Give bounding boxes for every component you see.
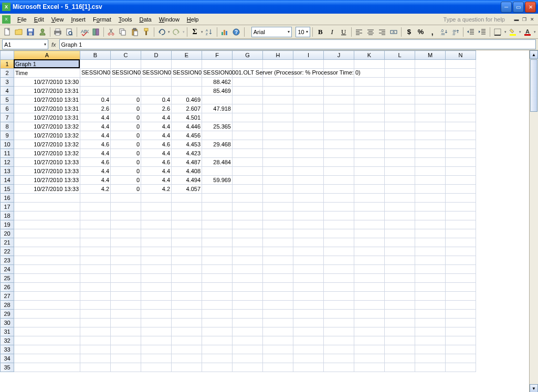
cell-L6[interactable] — [385, 104, 415, 113]
cell-C20[interactable] — [111, 229, 141, 238]
cell-K32[interactable] — [354, 336, 385, 345]
cell-H24[interactable] — [263, 265, 293, 274]
cell-F32[interactable] — [202, 336, 233, 345]
cell-M2[interactable] — [415, 69, 446, 78]
cell-D26[interactable] — [141, 283, 172, 292]
cell-M7[interactable] — [415, 113, 446, 122]
cell-I24[interactable] — [293, 265, 324, 274]
cell-N7[interactable] — [446, 113, 476, 122]
cell-C2[interactable]: SESSION0 — [111, 69, 141, 78]
cell-D33[interactable] — [141, 345, 172, 354]
cell-J23[interactable] — [324, 256, 354, 265]
cell-B34[interactable] — [80, 354, 111, 363]
cell-H33[interactable] — [263, 345, 293, 354]
cell-A7[interactable]: 10/27/2010 13:31 — [14, 113, 80, 122]
cell-H20[interactable] — [263, 229, 293, 238]
cell-E3[interactable] — [172, 78, 202, 87]
cell-I17[interactable] — [293, 203, 324, 211]
cell-B10[interactable]: 4.6 — [80, 140, 111, 149]
doc-icon[interactable]: X — [2, 15, 10, 24]
cell-B32[interactable] — [80, 336, 111, 345]
cell-G10[interactable] — [233, 140, 263, 149]
cell-G35[interactable] — [233, 363, 263, 372]
cell-N25[interactable] — [446, 274, 476, 283]
cell-E6[interactable]: 2.607 — [172, 104, 202, 113]
cell-N35[interactable] — [446, 363, 476, 372]
cell-L30[interactable] — [385, 319, 415, 327]
new-button[interactable] — [2, 26, 13, 38]
cell-L31[interactable] — [385, 327, 415, 336]
cell-L34[interactable] — [385, 354, 415, 363]
cell-I19[interactable] — [293, 220, 324, 229]
cell-L9[interactable] — [385, 131, 415, 140]
cell-K29[interactable] — [354, 310, 385, 319]
cell-A20[interactable] — [14, 229, 80, 238]
col-header-N[interactable]: N — [446, 51, 476, 60]
cell-E29[interactable] — [172, 310, 202, 319]
cell-F10[interactable]: 29.468 — [202, 140, 233, 149]
cell-N31[interactable] — [446, 327, 476, 336]
cell-K8[interactable] — [354, 122, 385, 131]
cell-J32[interactable] — [324, 336, 354, 345]
cell-G9[interactable] — [233, 131, 263, 140]
cell-H19[interactable] — [263, 220, 293, 229]
cell-H30[interactable] — [263, 319, 293, 327]
menu-help[interactable]: Help — [183, 15, 203, 24]
open-button[interactable] — [14, 26, 24, 38]
cell-N17[interactable] — [446, 203, 476, 211]
cell-I3[interactable] — [293, 78, 324, 87]
undo-button[interactable] — [156, 26, 167, 38]
question-box[interactable]: Type a question for help — [440, 15, 509, 24]
cell-E9[interactable]: 4.456 — [172, 131, 202, 140]
cell-B19[interactable] — [80, 220, 111, 229]
cell-C8[interactable]: 0 — [111, 122, 141, 131]
cell-B9[interactable]: 4.4 — [80, 131, 111, 140]
cell-N20[interactable] — [446, 229, 476, 238]
scroll-up-button[interactable]: ▲ — [530, 50, 538, 59]
cell-L26[interactable] — [385, 283, 415, 292]
cell-H21[interactable] — [263, 238, 293, 247]
cell-L12[interactable] — [385, 158, 415, 167]
cell-E7[interactable]: 4.501 — [172, 113, 202, 122]
cell-K25[interactable] — [354, 274, 385, 283]
row-header-6[interactable]: 6 — [1, 104, 14, 113]
align-left-button[interactable] — [354, 26, 364, 38]
cell-E18[interactable] — [172, 211, 202, 220]
col-header-M[interactable]: M — [415, 51, 446, 60]
cell-K4[interactable] — [354, 87, 385, 96]
cell-D34[interactable] — [141, 354, 172, 363]
cell-A24[interactable] — [14, 265, 80, 274]
row-header-30[interactable]: 30 — [1, 319, 14, 327]
cell-N19[interactable] — [446, 220, 476, 229]
cell-A2[interactable]: Time — [14, 69, 80, 78]
cell-C18[interactable] — [111, 211, 141, 220]
cell-C5[interactable]: 0 — [111, 96, 141, 104]
cell-E28[interactable] — [172, 301, 202, 310]
cell-B3[interactable] — [80, 78, 111, 87]
cell-K22[interactable] — [354, 247, 385, 256]
cell-G16[interactable] — [233, 194, 263, 203]
cell-I15[interactable] — [293, 185, 324, 194]
cell-A16[interactable] — [14, 194, 80, 203]
cell-E21[interactable] — [172, 238, 202, 247]
minimize-button[interactable]: ─ — [501, 2, 512, 13]
cell-H7[interactable] — [263, 113, 293, 122]
cell-F28[interactable] — [202, 301, 233, 310]
cell-D8[interactable]: 4.4 — [141, 122, 172, 131]
row-header-12[interactable]: 12 — [1, 158, 14, 167]
cell-I9[interactable] — [293, 131, 324, 140]
cell-K14[interactable] — [354, 176, 385, 185]
cell-I8[interactable] — [293, 122, 324, 131]
cell-K5[interactable] — [354, 96, 385, 104]
cell-I16[interactable] — [293, 194, 324, 203]
formula-bar[interactable]: Graph 1 — [59, 39, 536, 49]
cell-K10[interactable] — [354, 140, 385, 149]
cell-G11[interactable] — [233, 149, 263, 158]
cell-K3[interactable] — [354, 78, 385, 87]
cell-L15[interactable] — [385, 185, 415, 194]
cell-M33[interactable] — [415, 345, 446, 354]
cell-G12[interactable] — [233, 158, 263, 167]
doc-minimize-button[interactable]: ▬ — [513, 16, 520, 23]
cell-L4[interactable] — [385, 87, 415, 96]
cell-C26[interactable] — [111, 283, 141, 292]
